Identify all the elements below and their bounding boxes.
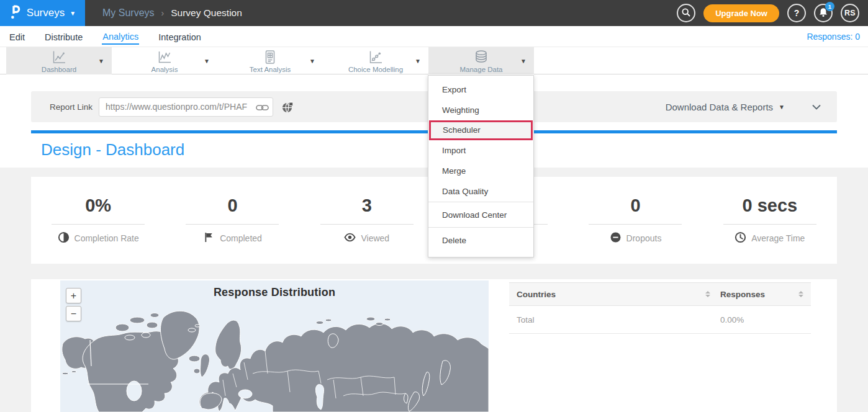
column-label: Responses — [720, 290, 765, 299]
column-header-countries[interactable]: Countries — [509, 290, 720, 299]
menu-item-import[interactable]: Import — [428, 140, 533, 161]
stat-value: 0 — [165, 195, 299, 216]
tab-label: Text Analysis — [250, 66, 291, 73]
link-icon[interactable] — [256, 103, 269, 114]
chevron-down-icon — [811, 104, 822, 113]
tab-label: Analysis — [151, 66, 178, 73]
download-data-reports-dropdown[interactable]: Download Data & Reports ▼ — [666, 102, 785, 112]
stat-label: Completion Rate — [75, 233, 139, 243]
trend-chart-icon — [156, 49, 173, 65]
document-grid-icon — [262, 49, 278, 65]
manage-data-menu: Export Weighting Scheduler Import Merge … — [428, 75, 534, 258]
scatter-chart-icon — [368, 49, 384, 65]
menu-item-delete[interactable]: Delete — [428, 227, 533, 253]
stat-value: 0 secs — [703, 195, 837, 216]
stat-value: 0 — [568, 195, 702, 216]
line-chart-icon — [51, 49, 67, 65]
menu-item-scheduler[interactable]: Scheduler — [429, 120, 533, 140]
stat-completion-rate: 0% Completion Rate — [31, 195, 165, 264]
report-link-input[interactable] — [99, 97, 273, 117]
table-row: Total 0.00% — [509, 306, 811, 334]
stat-completed: 0 Completed — [165, 195, 299, 264]
stat-value: 3 — [300, 195, 434, 216]
clock-icon — [735, 231, 746, 245]
response-distribution-map: Response Distribution + − — [60, 280, 489, 412]
responses-count: Responses: 0 — [807, 32, 860, 42]
breadcrumb: My Surveys › Survey Question — [102, 7, 242, 19]
chevron-down-icon[interactable]: ▼ — [309, 58, 315, 65]
map-zoom-in-button[interactable]: + — [66, 288, 81, 303]
stat-average-time: 0 secs Average Time — [703, 195, 837, 264]
tab-text-analysis[interactable]: Text Analysis ▼ — [217, 47, 323, 74]
surveys-menu-button[interactable]: Surveys ▼ — [0, 0, 85, 26]
total-label: Total — [509, 315, 720, 325]
tab-label: Choice Modelling — [348, 66, 403, 73]
breadcrumb-current: Survey Question — [171, 7, 242, 19]
tab-manage-data[interactable]: Manage Data ▼ — [428, 47, 534, 74]
nav-item-edit[interactable]: Edit — [9, 29, 25, 44]
product-label: Surveys — [27, 7, 65, 19]
flag-icon — [203, 231, 215, 245]
search-icon — [681, 7, 691, 19]
search-button[interactable] — [677, 4, 695, 22]
chevron-down-icon[interactable]: ▼ — [204, 58, 210, 65]
minus-circle-icon — [610, 231, 622, 245]
globe-privacy-button[interactable] — [281, 101, 294, 114]
notifications-button[interactable]: 1 — [814, 4, 833, 22]
menu-item-weighting[interactable]: Weighting — [428, 100, 533, 120]
page-title: Design - Dashboard — [41, 140, 184, 159]
tab-label: Dashboard — [42, 66, 76, 73]
database-icon — [473, 49, 489, 65]
stat-label: Completed — [220, 233, 262, 243]
tab-analysis[interactable]: Analysis ▼ — [112, 47, 217, 74]
stat-label: Average Time — [751, 233, 805, 243]
stat-label: Viewed — [361, 233, 389, 243]
nav-item-analytics[interactable]: Analytics — [102, 29, 139, 45]
tab-dashboard[interactable]: Dashboard ▼ — [6, 47, 112, 74]
sort-icon — [798, 291, 803, 297]
completion-gauge-icon — [58, 231, 70, 245]
chevron-down-icon[interactable]: ▼ — [98, 58, 104, 65]
chevron-down-icon: ▼ — [70, 10, 76, 17]
chevron-down-icon[interactable]: ▼ — [415, 58, 421, 65]
avatar-initials: RS — [844, 9, 856, 17]
menu-item-export[interactable]: Export — [428, 79, 533, 100]
nav-item-distribute[interactable]: Distribute — [44, 29, 83, 44]
menu-item-data-quality[interactable]: Data Quality — [428, 181, 533, 202]
column-label: Countries — [517, 290, 556, 299]
breadcrumb-separator: › — [161, 8, 165, 18]
questionpro-logo-icon — [9, 4, 22, 22]
tab-label: Manage Data — [459, 66, 502, 73]
column-header-responses[interactable]: Responses — [720, 290, 811, 299]
globe-lock-icon — [281, 106, 294, 115]
nav-item-integration[interactable]: Integration — [158, 29, 202, 44]
map-zoom-out-button[interactable]: − — [66, 306, 81, 321]
stat-dropouts: 0 Dropouts — [568, 195, 702, 264]
collapse-bar-button[interactable] — [811, 103, 822, 111]
help-button[interactable]: ? — [787, 4, 806, 22]
sort-icon — [705, 291, 710, 297]
top-bar: Surveys ▼ My Surveys › Survey Question U… — [0, 0, 868, 26]
total-responses-value: 0.00% — [720, 315, 811, 325]
chevron-down-icon: ▼ — [779, 104, 785, 110]
upgrade-now-button[interactable]: Upgrade Now — [703, 4, 779, 22]
response-distribution-card: Response Distribution + − Countries Resp… — [31, 279, 837, 412]
report-link-label: Report Link — [50, 102, 93, 112]
breadcrumb-my-surveys[interactable]: My Surveys — [102, 7, 155, 19]
stat-label: Dropouts — [626, 233, 662, 243]
stat-viewed: 3 Viewed — [300, 195, 434, 264]
section-nav: Edit Distribute Analytics Integration Re… — [0, 26, 868, 47]
tab-choice-modelling[interactable]: Choice Modelling ▼ — [323, 47, 428, 74]
notification-badge: 1 — [825, 2, 834, 11]
download-data-reports-label: Download Data & Reports — [666, 102, 773, 112]
chevron-down-icon[interactable]: ▼ — [520, 58, 527, 65]
analytics-toolbar: Dashboard ▼ Analysis ▼ Text Analysis ▼ — [0, 47, 868, 74]
countries-table: Countries Responses Total 0.00% — [509, 282, 811, 334]
stat-value: 0% — [31, 195, 165, 216]
world-map — [60, 280, 489, 412]
menu-item-download-center[interactable]: Download Center — [428, 202, 533, 227]
menu-item-merge[interactable]: Merge — [428, 161, 533, 181]
avatar[interactable]: RS — [841, 4, 859, 22]
table-header: Countries Responses — [509, 282, 811, 306]
eye-icon — [344, 231, 356, 245]
